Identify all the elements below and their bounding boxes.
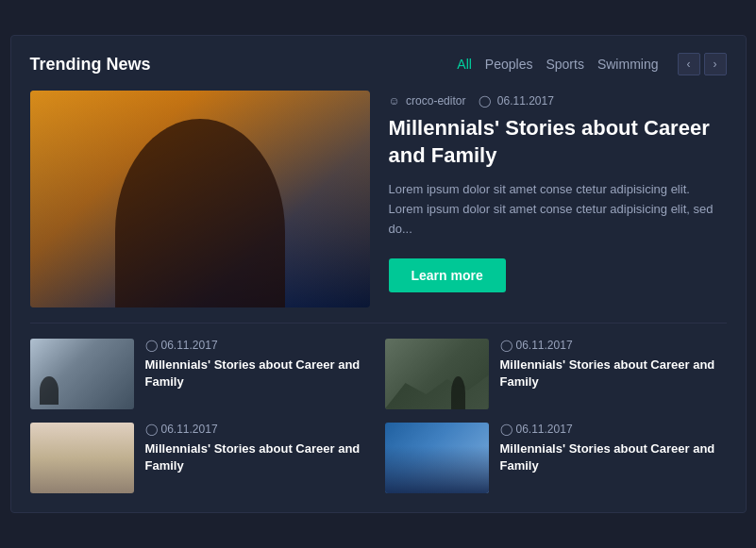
city-overlay — [385, 446, 489, 493]
city-image — [385, 423, 489, 493]
prev-button[interactable]: ‹ — [678, 53, 700, 75]
tab-swimming[interactable]: Swimming — [597, 57, 659, 72]
clock-icon-4: ◯ — [500, 423, 512, 436]
news-grid: ◯ 06.11.2017 Millennials' Stories about … — [30, 339, 727, 493]
clock-icon-1: ◯ — [145, 339, 158, 352]
widget-header: Trending News All Peoples Sports Swimmin… — [30, 53, 727, 75]
card-date-1: ◯ 06.11.2017 — [145, 339, 372, 352]
card-date-3: ◯ 06.11.2017 — [145, 423, 372, 436]
clock-icon: ◯ — [479, 94, 491, 108]
nav-arrows: ‹ › — [678, 53, 727, 75]
card-title-2: Millennials' Stories about Career and Fa… — [500, 357, 727, 390]
featured-meta: ☺ croco-editor ◯ 06.11.2017 — [389, 94, 727, 108]
mountain-figure — [385, 372, 489, 409]
featured-section: ☺ croco-editor ◯ 06.11.2017 Millennials'… — [30, 91, 727, 324]
card-image-4 — [385, 423, 489, 493]
tab-peoples[interactable]: Peoples — [485, 57, 533, 72]
featured-title: Millennials' Stories about Career and Fa… — [389, 115, 727, 169]
card-image-2 — [385, 339, 489, 409]
learn-more-button[interactable]: Learn more — [389, 258, 506, 292]
clock-icon-3: ◯ — [145, 423, 158, 436]
news-card-1: ◯ 06.11.2017 Millennials' Stories about … — [30, 339, 372, 409]
card-content-3: ◯ 06.11.2017 Millennials' Stories about … — [145, 423, 372, 474]
clock-icon-2: ◯ — [500, 339, 512, 352]
person-image — [30, 423, 134, 493]
card-date-2: ◯ 06.11.2017 — [500, 339, 727, 352]
skater-figure — [40, 376, 59, 405]
card-content-4: ◯ 06.11.2017 Millennials' Stories about … — [500, 423, 727, 474]
featured-author: ☺ croco-editor — [389, 94, 466, 108]
next-button[interactable]: › — [704, 53, 727, 75]
nav-tabs: All Peoples Sports Swimming ‹ › — [457, 53, 726, 75]
mountain-image — [385, 339, 489, 409]
tab-sports[interactable]: Sports — [546, 57, 583, 72]
user-icon: ☺ — [389, 94, 400, 108]
featured-image — [30, 91, 370, 307]
card-content-1: ◯ 06.11.2017 Millennials' Stories about … — [145, 339, 372, 390]
card-title-1: Millennials' Stories about Career and Fa… — [145, 357, 372, 390]
featured-excerpt: Lorem ipsum dolor sit amet conse ctetur … — [389, 180, 727, 239]
card-content-2: ◯ 06.11.2017 Millennials' Stories about … — [500, 339, 727, 390]
card-title-3: Millennials' Stories about Career and Fa… — [145, 440, 372, 474]
mountain-person — [451, 376, 465, 409]
card-image-3 — [30, 423, 134, 493]
news-card-2: ◯ 06.11.2017 Millennials' Stories about … — [385, 339, 727, 409]
news-card-4: ◯ 06.11.2017 Millennials' Stories about … — [385, 423, 727, 493]
card-date-4: ◯ 06.11.2017 — [500, 423, 727, 436]
widget-title: Trending News — [30, 55, 151, 75]
skate-image — [30, 339, 134, 409]
card-image-1 — [30, 339, 134, 409]
card-title-4: Millennials' Stories about Career and Fa… — [500, 440, 727, 474]
featured-content: ☺ croco-editor ◯ 06.11.2017 Millennials'… — [389, 91, 727, 307]
trending-news-widget: Trending News All Peoples Sports Swimmin… — [10, 35, 747, 513]
news-card-3: ◯ 06.11.2017 Millennials' Stories about … — [30, 423, 372, 493]
tab-all[interactable]: All — [457, 57, 472, 72]
featured-date: ◯ 06.11.2017 — [479, 94, 553, 108]
